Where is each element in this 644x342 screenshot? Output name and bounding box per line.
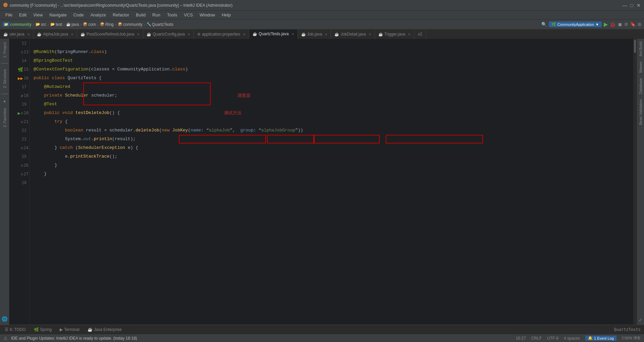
bottom-tab-java-enterprise[interactable]: ☕ Java Enterprise: [86, 327, 123, 333]
tab-close-appprops[interactable]: ✕: [243, 33, 246, 36]
status-indent[interactable]: 4 spaces: [564, 336, 580, 341]
line-12: 12: [9, 39, 29, 48]
code-content[interactable]: @RunWith(SpringRunner.class) @SpringBoot…: [30, 39, 633, 325]
code-17-indent: [34, 82, 44, 91]
nav-src[interactable]: src: [41, 22, 46, 27]
tab-trigger[interactable]: ☕ Trigger.java ✕: [375, 30, 414, 39]
menu-tools[interactable]: Tools: [164, 12, 180, 18]
favorites-icon[interactable]: ★: [3, 98, 6, 104]
menu-window[interactable]: Window: [197, 12, 218, 18]
tab-close-quartztests[interactable]: ✕: [291, 32, 294, 36]
web-icon[interactable]: 🌐: [2, 316, 7, 322]
tab-quartztests[interactable]: ☕ QuartzTests.java ✕: [249, 30, 298, 39]
database-tab[interactable]: Database: [637, 75, 644, 97]
code-line-19: @Test: [30, 100, 633, 109]
favorites-panel-tab[interactable]: 2: Favorites: [2, 107, 7, 128]
menu-navigate[interactable]: Navigate: [47, 12, 69, 18]
tab-more[interactable]: ≡2: [414, 30, 426, 39]
structure-panel-tab[interactable]: 2: Structure: [2, 68, 7, 90]
tab-close-job[interactable]: ✕: [325, 33, 327, 36]
run-20-icon[interactable]: ▶: [18, 111, 20, 116]
nav-sep-7: ›: [144, 22, 145, 27]
menu-refactor[interactable]: Refactor: [110, 12, 132, 18]
annotation-springboottest: @SpringBootTest: [34, 56, 73, 65]
stop-btn[interactable]: ⏹: [618, 22, 622, 27]
bookmark-icon[interactable]: 🔖: [630, 22, 636, 27]
tab-close-quartzconfig[interactable]: ✕: [187, 33, 190, 36]
tab-label-jobdetail: JobDetail.java: [340, 32, 366, 37]
code-25-indent: [34, 152, 65, 161]
maven-tab[interactable]: Maven: [637, 59, 644, 75]
tab-close-jobdetail[interactable]: ✕: [369, 33, 371, 36]
menu-analyze[interactable]: Analyze: [88, 12, 109, 18]
divider-2: [1, 94, 8, 94]
bottom-tab-spring[interactable]: 🌿 Spring: [33, 327, 53, 333]
tab-appprops[interactable]: ⚙ application.properties ✕: [194, 30, 249, 39]
nav-community2[interactable]: community: [123, 22, 143, 27]
code-18-scheduler-type: Scheduler: [65, 91, 89, 100]
tab-quartzconfig[interactable]: ☕ QuartzConfig.java ✕: [143, 30, 194, 39]
debug-btn[interactable]: 🐞: [610, 22, 615, 27]
tab-alphajob[interactable]: ☕ AlphaJob.java ✕: [34, 30, 77, 39]
code-22-paren2: (: [188, 126, 191, 135]
scrollbar-thumb[interactable]: [634, 40, 636, 53]
menu-code[interactable]: Code: [71, 12, 87, 18]
tab-close-postscore[interactable]: ✕: [137, 33, 140, 36]
tab-postscore[interactable]: ☕ PostScoreRefreshJob.java ✕: [77, 30, 143, 39]
maximize-btn[interactable]: □: [631, 3, 633, 8]
menu-run[interactable]: Run: [150, 12, 163, 18]
code-25-e: e: [65, 152, 68, 161]
menu-edit[interactable]: Edit: [16, 12, 29, 18]
app-icon: 🅘: [3, 3, 8, 8]
code-line-18: private Scheduler scheduler; 调度器: [30, 91, 633, 100]
search-icon[interactable]: 🔍: [541, 22, 547, 27]
tab-close-trigger[interactable]: ✕: [408, 33, 411, 36]
menu-view[interactable]: View: [31, 12, 45, 18]
run-config-btn[interactable]: 🌿 CommunityApplication ▼: [549, 21, 602, 27]
code-15-class: class: [172, 65, 185, 74]
code-line-23: System.out.println(result);: [30, 135, 633, 144]
title-bar-controls: — □ ✕: [623, 3, 641, 8]
nav-community-label[interactable]: community: [10, 22, 32, 27]
tab-close-uler[interactable]: ✕: [27, 33, 30, 36]
linenum-26: 26: [24, 163, 29, 168]
run-arrow-16[interactable]: ▶▶: [18, 76, 23, 81]
bean-validation-tab[interactable]: Bean Validation: [637, 97, 644, 127]
refresh-18-icon: ↺: [20, 93, 23, 98]
tab-close-alphajob[interactable]: ✕: [71, 33, 73, 36]
nav-com[interactable]: com: [88, 22, 96, 27]
run-btn[interactable]: ▶: [604, 21, 608, 27]
menu-build[interactable]: Build: [133, 12, 148, 18]
close-btn[interactable]: ✕: [637, 3, 641, 8]
spring-label: Spring: [40, 327, 52, 332]
nav-sep-6: ›: [115, 22, 116, 27]
fold-13: ⊟: [21, 50, 23, 54]
layout-icon[interactable]: ⊞: [638, 22, 641, 27]
event-log-btn[interactable]: 🔔 1 Event Log: [585, 336, 616, 341]
tab-label-quartzconfig: QuartzConfig.java: [153, 32, 185, 37]
java-ent-label: Java Enterprise: [94, 327, 122, 332]
tab-uler[interactable]: ☕ uler.java ✕: [0, 30, 34, 39]
line-18-gutter: ↺ 18: [9, 91, 29, 100]
bottom-tab-todo[interactable]: ☰ 6: TODO: [3, 327, 27, 333]
scrollbar[interactable]: [633, 39, 637, 325]
menu-file[interactable]: File: [3, 12, 15, 18]
status-encoding[interactable]: UTF-8: [547, 336, 558, 341]
nav-quartz[interactable]: QuartzTests: [152, 22, 173, 27]
tab-jobdetail[interactable]: ☕ JobDetail.java ✕: [331, 30, 375, 39]
menu-help[interactable]: Help: [219, 12, 233, 18]
tab-job[interactable]: ☕ Job.java ✕: [298, 30, 331, 39]
nav-ring[interactable]: Ring: [105, 22, 114, 27]
menu-vcs[interactable]: VCS: [181, 12, 196, 18]
status-line-ending[interactable]: CRLF: [531, 336, 542, 341]
status-position[interactable]: 16:27: [516, 336, 526, 341]
minimize-btn[interactable]: —: [623, 3, 627, 8]
gear-icon[interactable]: ⚙: [624, 22, 628, 27]
bottom-tab-terminal[interactable]: ▶ Terminal: [58, 327, 80, 333]
project-panel-tab[interactable]: 1: Project: [2, 41, 7, 59]
ant-build-tab[interactable]: Ant Build: [637, 39, 644, 59]
code-23-system: System: [65, 135, 81, 144]
nav-test[interactable]: test: [56, 22, 62, 27]
bottom-toolbar: ☰ 6: TODO 🌿 Spring ▶ Terminal ☕ Java Ent…: [0, 325, 644, 334]
nav-java[interactable]: java: [71, 22, 79, 27]
